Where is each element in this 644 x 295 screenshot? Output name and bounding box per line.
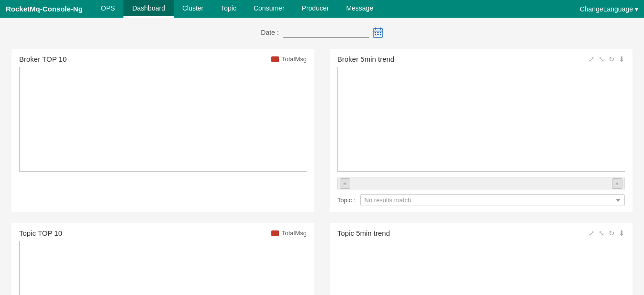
legend-color-box [271,56,279,62]
slider-handle-right[interactable]: ≡ [612,178,622,189]
topic-select[interactable]: No results match [360,194,625,206]
nav-item-producer[interactable]: Producer [293,0,338,18]
charts-grid: Broker TOP 10 TotalMsg Broker 5min trend… [11,49,633,295]
topic-row: Topic : No results match [337,194,625,206]
topic-top10-chart [19,241,307,295]
svg-rect-5 [377,32,378,33]
topic-download-icon[interactable]: ⬇ [619,229,625,237]
nav-items: OPS Dashboard Cluster Topic Consumer Pro… [92,0,580,18]
slider-handle-left[interactable]: ≡ [340,178,350,189]
chevron-down-icon: ▾ [635,5,638,13]
nav-item-message[interactable]: Message [337,0,382,18]
topic-trend-panel: Topic 5min trend ⤢ ⤡ ↻ ⬇ [330,223,633,295]
date-row: Date : [11,27,633,38]
topic-trend-header: Topic 5min trend ⤢ ⤡ ↻ ⬇ [337,229,625,237]
topic-label: Topic : [337,197,355,204]
broker-top10-header: Broker TOP 10 TotalMsg [19,55,307,63]
refresh-icon[interactable]: ↻ [609,55,615,63]
broker-top10-legend: TotalMsg [271,55,307,63]
broker-trend-title: Broker 5min trend [337,55,394,63]
broker-top10-title: Broker TOP 10 [19,55,67,63]
trend-controls: ≡ ≡ Topic : No results match [337,177,625,206]
topic-top10-legend: TotalMsg [271,229,307,237]
topic-top10-header: Topic TOP 10 TotalMsg [19,229,307,237]
compress-icon[interactable]: ⤡ [599,55,605,63]
topic-legend-color-box [271,230,279,236]
navbar: RocketMq-Console-Ng OPS Dashboard Cluste… [0,0,644,18]
topic-top10-legend-label: TotalMsg [282,229,307,237]
broker-trend-actions: ⤢ ⤡ ↻ ⬇ [588,55,625,63]
topic-top10-title: Topic TOP 10 [19,229,62,237]
nav-item-topic[interactable]: Topic [212,0,245,18]
topic-top10-panel: Topic TOP 10 TotalMsg [11,223,314,295]
broker-top10-legend-label: TotalMsg [282,55,307,63]
broker-top10-chart [19,67,307,172]
range-slider[interactable]: ≡ ≡ [337,177,625,190]
download-icon[interactable]: ⬇ [619,55,625,63]
broker-trend-chart [337,67,625,172]
topic-refresh-icon[interactable]: ↻ [609,229,615,237]
svg-rect-8 [377,34,378,35]
expand-icon[interactable]: ⤢ [588,55,595,63]
change-language-button[interactable]: ChangeLanguage ▾ [580,5,638,13]
broker-trend-header: Broker 5min trend ⤢ ⤡ ↻ ⬇ [337,55,625,63]
topic-trend-actions: ⤢ ⤡ ↻ ⬇ [588,229,625,237]
svg-rect-9 [380,34,381,35]
svg-rect-7 [375,34,376,35]
date-input[interactable] [283,28,369,38]
calendar-icon[interactable] [373,27,383,38]
broker-top10-panel: Broker TOP 10 TotalMsg [11,49,314,212]
nav-item-cluster[interactable]: Cluster [174,0,212,18]
topic-trend-title: Topic 5min trend [337,229,390,237]
svg-rect-4 [375,32,376,33]
svg-rect-6 [380,32,381,33]
date-label: Date : [261,29,278,36]
nav-item-consumer[interactable]: Consumer [245,0,293,18]
nav-item-ops[interactable]: OPS [92,0,124,18]
slider-row: ≡ ≡ [337,177,625,190]
topic-expand-icon[interactable]: ⤢ [588,229,595,237]
brand-title: RocketMq-Console-Ng [6,5,83,13]
broker-trend-panel: Broker 5min trend ⤢ ⤡ ↻ ⬇ ≡ ≡ Topic : [330,49,633,212]
main-content: Date : Broker TOP 10 [0,18,644,295]
topic-compress-icon[interactable]: ⤡ [599,229,605,237]
nav-item-dashboard[interactable]: Dashboard [123,0,174,18]
